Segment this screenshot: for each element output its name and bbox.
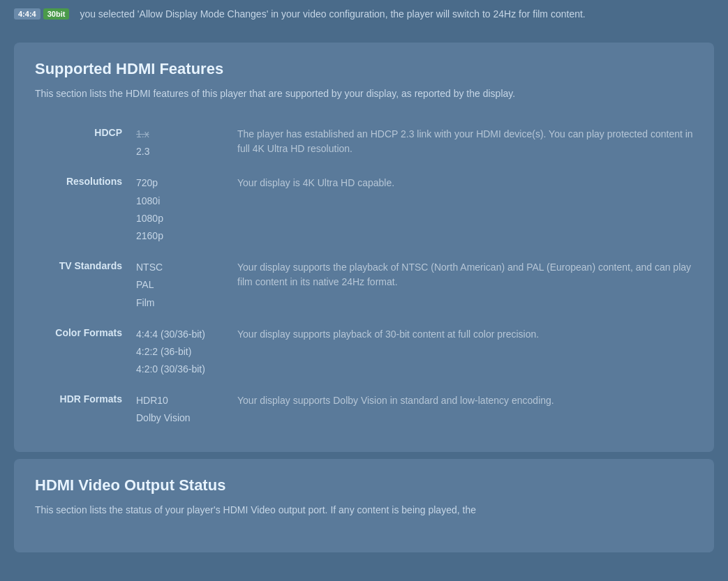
hdcp-value-23: 2.3 <box>136 143 237 160</box>
resolution-2160p: 2160p <box>136 227 237 245</box>
feature-label-hdcp: HDCP <box>35 126 136 138</box>
feature-label-hdr-formats: HDR Formats <box>35 392 136 405</box>
color-format-444: 4:4:4 (30/36-bit) <box>136 326 237 343</box>
feature-values-resolutions: 720p 1080i 1080p 2160p <box>136 174 237 245</box>
feature-row-resolutions: Resolutions 720p 1080i 1080p 2160p Your … <box>35 167 693 252</box>
supported-hdmi-subtitle: This section lists the HDMI features of … <box>35 86 693 101</box>
feature-row-hdr-formats: HDR Formats HDR10 Dolby Vision Your disp… <box>35 385 693 434</box>
color-format-420: 4:2:0 (30/36-bit) <box>136 361 237 378</box>
tv-standard-film: Film <box>136 294 237 312</box>
hdr-format-hdr10: HDR10 <box>136 392 237 409</box>
feature-desc-hdcp: The player has established an HDCP 2.3 l… <box>237 126 693 156</box>
feature-values-hdr-formats: HDR10 Dolby Vision <box>136 392 237 427</box>
resolution-720p: 720p <box>136 174 237 192</box>
hdcp-value-1x: 1.x <box>136 128 149 139</box>
feature-label-tv-standards: TV Standards <box>35 259 136 271</box>
feature-values-color-formats: 4:4:4 (30/36-bit) 4:2:2 (36-bit) 4:2:0 (… <box>136 326 237 379</box>
feature-label-resolutions: Resolutions <box>35 174 136 187</box>
feature-values-tv-standards: NTSC PAL Film <box>136 259 237 312</box>
feature-desc-resolutions: Your display is 4K Ultra HD capable. <box>237 174 693 190</box>
tv-standard-ntsc: NTSC <box>136 259 237 276</box>
tv-standard-pal: PAL <box>136 276 237 294</box>
feature-desc-hdr-formats: Your display supports Dolby Vision in st… <box>237 392 693 408</box>
feature-desc-tv-standards: Your display supports the playback of NT… <box>237 259 693 289</box>
resolution-1080i: 1080i <box>136 193 237 210</box>
badge-container: 4:4:4 30bit <box>14 8 69 20</box>
hdmi-video-output-subtitle: This section lists the status of your pl… <box>35 503 693 518</box>
badge-30bit: 30bit <box>43 8 70 20</box>
feature-row-color-formats: Color Formats 4:4:4 (30/36-bit) 4:2:2 (3… <box>35 319 693 386</box>
badge-444: 4:4:4 <box>14 8 40 20</box>
feature-values-hdcp: 1.x 2.3 <box>136 126 237 160</box>
feature-label-color-formats: Color Formats <box>35 326 136 338</box>
feature-desc-color-formats: Your display supports playback of 30-bit… <box>237 326 693 342</box>
page-container: 4:4:4 30bit you selected 'Allow Display … <box>0 0 728 581</box>
resolution-1080p: 1080p <box>136 210 237 227</box>
top-banner: 4:4:4 30bit you selected 'Allow Display … <box>0 0 728 36</box>
hdr-format-dolby: Dolby Vision <box>136 409 237 427</box>
hdmi-video-output-card: HDMI Video Output Status This section li… <box>14 459 714 552</box>
supported-hdmi-card: Supported HDMI Features This section lis… <box>14 43 714 452</box>
feature-row-hdcp: HDCP 1.x 2.3 The player has established … <box>35 119 693 167</box>
top-banner-text: you selected 'Allow Display Mode Changes… <box>80 7 585 22</box>
hdmi-video-output-title: HDMI Video Output Status <box>35 476 693 495</box>
feature-row-tv-standards: TV Standards NTSC PAL Film Your display … <box>35 252 693 319</box>
color-format-422: 4:2:2 (36-bit) <box>136 343 237 361</box>
supported-hdmi-title: Supported HDMI Features <box>35 60 693 78</box>
